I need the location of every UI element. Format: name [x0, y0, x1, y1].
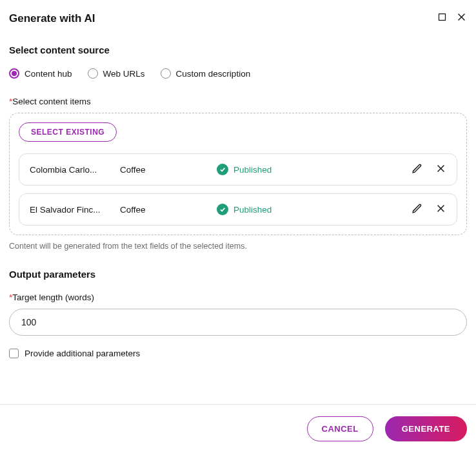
edit-icon[interactable]: [412, 163, 422, 176]
content-item-row: Colombia Carlo... Coffee Published: [19, 153, 457, 186]
item-name: El Salvador Finc...: [30, 205, 120, 215]
select-items-label: *Select content items: [9, 97, 467, 106]
status-text: Published: [233, 165, 272, 175]
generate-button[interactable]: GENERATE: [385, 416, 467, 441]
item-actions: [412, 163, 446, 176]
output-parameters-title: Output parameters: [9, 269, 467, 280]
checkbox-icon: [9, 349, 19, 358]
remove-icon[interactable]: [435, 163, 446, 176]
content-source-title: Select content source: [9, 44, 467, 55]
radio-icon: [88, 68, 98, 79]
content-item-row: El Salvador Finc... Coffee Published: [19, 193, 457, 226]
item-type: Coffee: [120, 165, 217, 175]
check-circle-icon: [217, 164, 228, 175]
checkbox-label: Provide additional parameters: [25, 349, 140, 358]
remove-icon[interactable]: [435, 203, 446, 216]
maximize-icon[interactable]: [437, 12, 447, 24]
radio-label: Content hub: [25, 69, 72, 79]
target-length-label: *Target length (words): [9, 293, 467, 302]
help-text: Content will be generated from the text …: [9, 242, 467, 251]
target-length-input[interactable]: [9, 309, 467, 336]
dialog-footer: CANCEL GENERATE: [0, 404, 476, 453]
dialog-title: Generate with AI: [9, 12, 95, 25]
item-status: Published: [217, 164, 412, 175]
edit-icon[interactable]: [412, 203, 422, 216]
radio-content-hub[interactable]: Content hub: [9, 68, 72, 79]
radio-label: Custom description: [176, 69, 251, 79]
content-items-panel: SELECT EXISTING Colombia Carlo... Coffee…: [9, 113, 467, 235]
radio-icon: [9, 68, 19, 79]
select-existing-button[interactable]: SELECT EXISTING: [19, 122, 117, 142]
svg-rect-0: [439, 14, 446, 21]
source-radio-group: Content hub Web URLs Custom description: [9, 68, 467, 79]
radio-icon: [161, 68, 171, 79]
additional-parameters-checkbox[interactable]: Provide additional parameters: [9, 349, 467, 358]
item-status: Published: [217, 204, 412, 215]
item-type: Coffee: [120, 205, 217, 215]
status-text: Published: [233, 205, 272, 215]
radio-web-urls[interactable]: Web URLs: [88, 68, 145, 79]
radio-label: Web URLs: [103, 69, 145, 79]
check-circle-icon: [217, 204, 228, 215]
header-actions: [437, 12, 467, 25]
close-icon[interactable]: [456, 12, 467, 25]
item-actions: [412, 203, 446, 216]
radio-custom-description[interactable]: Custom description: [161, 68, 251, 79]
item-name: Colombia Carlo...: [30, 165, 120, 175]
cancel-button[interactable]: CANCEL: [307, 416, 373, 441]
dialog-header: Generate with AI: [9, 12, 467, 25]
